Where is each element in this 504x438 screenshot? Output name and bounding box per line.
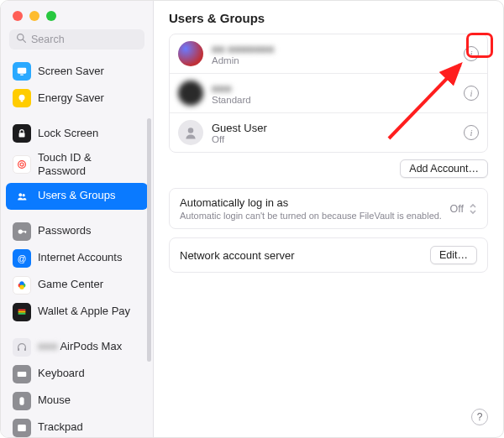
user-role: Off [212,134,455,144]
sidebar-nav[interactable]: Screen Saver Energy Saver Lock Screen To… [1,56,153,437]
auto-login-row[interactable]: Automatically log in as Automatic login … [170,189,487,228]
sidebar-item-label: Energy Saver [38,91,104,105]
sidebar: Screen Saver Energy Saver Lock Screen To… [1,1,154,437]
svg-rect-19 [18,309,26,310]
avatar [178,81,203,106]
avatar [178,41,203,66]
close-window-button[interactable] [13,11,23,21]
sidebar-separator [6,210,148,218]
avatar [178,120,203,145]
svg-rect-5 [21,101,24,102]
sidebar-item-label: Screen Saver [38,65,104,78]
user-name: ■■ ■■■■■■■ [212,43,455,55]
user-1-info-button[interactable]: i [464,86,479,101]
key-icon [13,222,31,241]
user-meta: Guest User Off [212,122,455,144]
sidebar-item-label: Lock Screen [38,127,98,140]
mouse-icon [13,392,31,410]
wallet-icon [13,303,31,321]
sidebar-item-lock-screen[interactable]: Lock Screen [6,120,148,147]
user-role: Standard [212,95,455,105]
svg-text:@: @ [18,253,27,263]
zoom-window-button[interactable] [46,11,56,21]
svg-point-9 [18,193,22,196]
sidebar-item-label: Passwords [38,224,92,237]
screensaver-icon [13,62,31,81]
network-account-row: Network account server Edit… [170,238,487,272]
sidebar-item-passwords[interactable]: Passwords [6,218,148,245]
sidebar-item-label: Users & Groups [38,189,115,202]
auto-login-subtitle: Automatic login can't be turned on becau… [180,211,442,221]
svg-rect-13 [25,231,26,233]
page-title: Users & Groups [169,11,488,25]
sidebar-item-airpods-max[interactable]: ■■■ AirPods Max [6,334,148,361]
user-row[interactable]: ■■ ■■■■■■■ Admin i [170,34,487,74]
add-account-button[interactable]: Add Account… [400,159,488,178]
sidebar-item-touch-id[interactable]: Touch ID & Password [6,147,148,183]
sidebar-item-internet-accounts[interactable]: @ Internet Accounts [6,245,148,272]
svg-line-1 [23,39,25,42]
svg-point-8 [20,163,24,166]
sidebar-separator [6,112,148,120]
svg-rect-25 [19,397,24,405]
users-icon [13,187,31,206]
user-row[interactable]: Guest User Off i [170,113,487,152]
sidebar-item-mouse[interactable]: Mouse [6,388,148,415]
svg-rect-20 [18,310,26,312]
svg-rect-23 [24,347,26,350]
fingerprint-icon [13,155,31,174]
trackpad-icon [13,419,31,437]
sidebar-item-label: Internet Accounts [38,251,122,264]
sidebar-item-game-center[interactable]: Game Center [6,272,148,299]
network-account-edit-button[interactable]: Edit… [430,246,477,264]
settings-window: Screen Saver Energy Saver Lock Screen To… [0,0,504,438]
auto-login-title: Automatically log in as [180,196,442,209]
user-name: Guest User [212,122,455,134]
gamecenter-icon [13,276,31,295]
svg-point-7 [18,161,26,169]
sidebar-item-label: Wallet & Apple Pay [38,305,130,318]
users-list-card: ■■ ■■■■■■■ Admin i ■■■ Standard i Guest … [169,34,488,153]
sidebar-item-keyboard[interactable]: Keyboard [6,361,148,388]
network-account-card: Network account server Edit… [169,237,488,273]
sidebar-separator [6,326,148,334]
keyboard-icon [13,365,31,383]
at-icon: @ [13,249,31,268]
sidebar-item-screen-saver[interactable]: Screen Saver [6,58,148,85]
sidebar-item-label: Keyboard [38,367,85,380]
sidebar-item-label: Mouse [38,394,71,407]
user-row[interactable]: ■■■ Standard i [170,74,487,113]
auto-login-card: Automatically log in as Automatic login … [169,188,488,229]
sidebar-item-users-groups[interactable]: Users & Groups [6,183,148,210]
main-content: Users & Groups ■■ ■■■■■■■ Admin i ■■■ St… [154,1,503,437]
svg-rect-24 [18,371,27,376]
bulb-icon [13,89,31,107]
help-button[interactable]: ? [471,409,488,425]
auto-login-value-wrap[interactable]: Off [450,203,477,215]
sidebar-item-energy-saver[interactable]: Energy Saver [6,85,148,112]
sidebar-item-trackpad[interactable]: Trackpad [6,415,148,438]
search-input-wrap[interactable] [9,29,144,50]
svg-rect-6 [19,133,25,137]
stepper-icon [469,203,477,215]
user-role: Admin [212,55,455,65]
svg-point-18 [19,284,24,289]
svg-rect-26 [18,425,26,431]
svg-point-30 [188,128,194,133]
user-0-info-button[interactable]: i [464,46,479,61]
search-input[interactable] [31,34,138,45]
sidebar-scrollbar[interactable] [147,118,151,362]
window-traffic-lights [1,1,153,29]
minimize-window-button[interactable] [29,11,39,21]
user-meta: ■■ ■■■■■■■ Admin [212,43,455,65]
sidebar-item-wallet[interactable]: Wallet & Apple Pay [6,299,148,326]
sidebar-item-label: Touch ID & Password [38,151,141,179]
svg-rect-3 [20,75,24,76]
auto-login-value: Off [450,203,464,215]
user-name: ■■■ [212,82,455,95]
sidebar-item-label: AirPods Max [60,340,122,352]
network-account-title: Network account server [180,249,295,262]
headphones-icon [13,338,31,357]
svg-rect-22 [18,347,19,350]
user-2-info-button[interactable]: i [464,125,479,140]
